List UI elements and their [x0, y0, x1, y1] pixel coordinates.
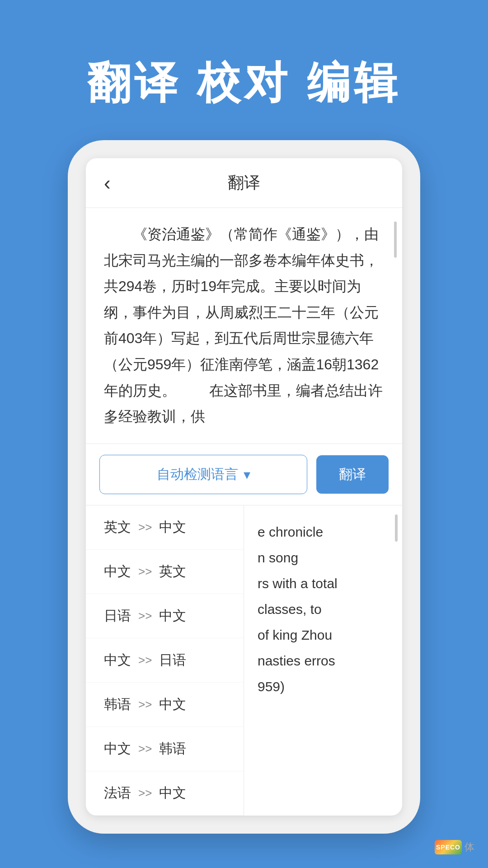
input-area[interactable]: 《资治通鉴》（常简作《通鉴》），由北宋司马光主编的一部多卷本编年体史书，共294… — [86, 208, 402, 444]
lang-to-2: 英文 — [159, 562, 186, 581]
lang-to-5: 中文 — [159, 695, 186, 714]
output-text: e chronicle n song rs with a total class… — [258, 519, 389, 699]
chevron-down-icon: ▾ — [244, 467, 250, 482]
lang-option-ko-zh[interactable]: 韩语 >> 中文 — [86, 683, 244, 727]
arrow-icon-7: >> — [138, 786, 152, 800]
lang-detect-label: 自动检测语言 — [157, 465, 238, 484]
lang-to-7: 中文 — [159, 784, 186, 802]
lang-from-3: 日语 — [104, 607, 131, 625]
watermark: SPECO 体 — [435, 840, 474, 854]
arrow-icon-1: >> — [138, 520, 152, 534]
lang-detect-button[interactable]: 自动检测语言 ▾ — [99, 455, 307, 494]
language-dropdown-panel: 英文 >> 中文 中文 >> 英文 日语 >> 中文 — [86, 505, 244, 816]
watermark-logo: SPECO — [435, 840, 462, 854]
bottom-section: 英文 >> 中文 中文 >> 英文 日语 >> 中文 — [86, 505, 402, 816]
arrow-icon-3: >> — [138, 609, 152, 623]
lang-from-6: 中文 — [104, 740, 131, 758]
lang-option-zh-ja[interactable]: 中文 >> 日语 — [86, 638, 244, 683]
arrow-icon-2: >> — [138, 565, 152, 579]
lang-to-1: 中文 — [159, 518, 186, 537]
lang-from-5: 韩语 — [104, 695, 131, 714]
lang-option-ja-zh[interactable]: 日语 >> 中文 — [86, 594, 244, 638]
lang-from-2: 中文 — [104, 562, 131, 581]
lang-option-zh-ko[interactable]: 中文 >> 韩语 — [86, 727, 244, 771]
lang-to-4: 日语 — [159, 651, 186, 670]
page-title: 翻译 — [228, 172, 260, 194]
back-button[interactable]: ‹ — [104, 172, 111, 194]
lang-from-7: 法语 — [104, 784, 131, 802]
top-bar: ‹ 翻译 — [86, 158, 402, 208]
arrow-icon-4: >> — [138, 653, 152, 667]
document-icon: ≡ — [104, 410, 114, 430]
input-text: 《资治通鉴》（常简作《通鉴》），由北宋司马光主编的一部多卷本编年体史书，共294… — [104, 222, 384, 430]
blue-background: 翻译 校对 编辑 ‹ 翻译 《资治通鉴》（常简作《通鉴》），由北宋司马光主编的一… — [0, 0, 488, 868]
lang-option-en-zh[interactable]: 英文 >> 中文 — [86, 505, 244, 550]
lang-from-1: 英文 — [104, 518, 131, 537]
lang-option-fr-zh[interactable]: 法语 >> 中文 — [86, 771, 244, 816]
phone-frame: ‹ 翻译 《资治通鉴》（常简作《通鉴》），由北宋司马光主编的一部多卷本编年体史书… — [68, 140, 420, 834]
action-bar: 自动检测语言 ▾ 翻译 — [86, 444, 402, 505]
lang-to-3: 中文 — [159, 607, 186, 625]
lang-option-zh-en[interactable]: 中文 >> 英文 — [86, 550, 244, 594]
arrow-icon-6: >> — [138, 742, 152, 756]
lang-from-4: 中文 — [104, 651, 131, 670]
lang-to-6: 韩语 — [159, 740, 186, 758]
watermark-suffix: 体 — [465, 840, 474, 854]
watermark-text: SPECO — [436, 844, 460, 851]
hero-title: 翻译 校对 编辑 — [87, 0, 400, 140]
output-panel: e chronicle n song rs with a total class… — [244, 505, 402, 816]
app-card: ‹ 翻译 《资治通鉴》（常简作《通鉴》），由北宋司马光主编的一部多卷本编年体史书… — [86, 158, 402, 816]
translate-button[interactable]: 翻译 — [316, 455, 389, 494]
arrow-icon-5: >> — [138, 698, 152, 712]
